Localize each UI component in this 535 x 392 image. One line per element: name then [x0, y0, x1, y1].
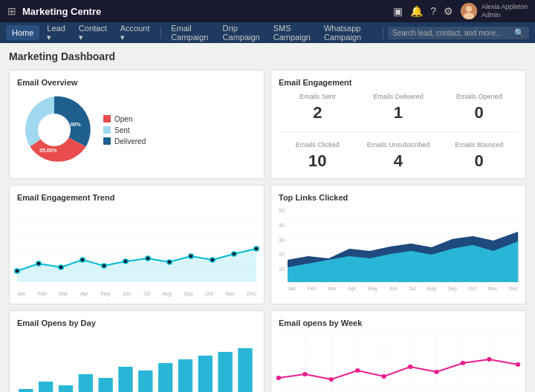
opens-by-day-card: Email Opens by Day	[9, 310, 265, 392]
svg-point-1	[466, 6, 472, 12]
eng-delivered-value: 1	[360, 103, 438, 122]
svg-point-10	[15, 269, 19, 273]
engagement-trend-card: Email Engagement Trend	[9, 185, 265, 304]
top-links-labels: Jan Feb Mar Apr May Jun Jul Aug Sep Oct …	[288, 286, 518, 291]
svg-point-52	[302, 372, 307, 376]
email-engagement-card: Email Engagement Emails Sent 2 Emails De…	[270, 70, 526, 179]
bell-icon[interactable]: 🔔	[410, 5, 423, 17]
opens-by-day-chart	[17, 333, 256, 392]
svg-point-53	[329, 377, 334, 382]
svg-text:40.00%: 40.00%	[63, 122, 82, 127]
chart-legend: Open Sent Delivered	[103, 115, 146, 146]
email-overview-content: 40.00% 35.00% Open Sent Deliv	[17, 93, 256, 167]
search-input[interactable]	[392, 29, 511, 37]
nav-divider	[160, 27, 161, 39]
eng-clicked-value: 10	[279, 151, 357, 171]
user-info[interactable]: Alexia Appleton Admin	[461, 3, 528, 19]
topbar: ⊞ Marketing Centre ▣ 🔔 ? ⚙ Alexia Applet…	[0, 0, 535, 22]
email-overview-title: Email Overview	[17, 78, 256, 87]
nav-account[interactable]: Account ▾	[114, 21, 156, 45]
page-title: Marketing Dashboard	[9, 50, 526, 62]
engagement-grid: Emails Sent 2 Emails Delivered 1 Emails …	[279, 93, 518, 171]
svg-rect-27	[19, 389, 33, 392]
top-links-card: Top Links Clicked 50 40 30 20 10	[270, 185, 526, 304]
grid-icon[interactable]: ⊞	[7, 5, 16, 17]
eng-unsubscribed: Emails Unsubscribed 4	[360, 141, 438, 171]
nav-drip-campaign[interactable]: Drip Campaign	[217, 21, 266, 45]
svg-rect-28	[39, 382, 53, 392]
svg-text:35.00%: 35.00%	[39, 148, 58, 153]
eng-opened: Emails Opened 0	[440, 93, 518, 122]
svg-point-58	[461, 361, 465, 365]
svg-point-17	[167, 260, 172, 264]
trend-label-nov: Nov	[225, 291, 234, 296]
nav-divider2	[383, 27, 383, 39]
svg-point-20	[232, 252, 236, 256]
opens-by-week-title: Email opens by Week	[279, 318, 518, 327]
svg-point-57	[434, 370, 438, 374]
opens-by-week-card: Email opens by Week	[270, 310, 526, 392]
tl-jun: Jun	[389, 286, 397, 291]
opens-by-day-title: Email Opens by Day	[17, 318, 256, 327]
svg-point-55	[381, 374, 386, 379]
legend-delivered: Delivered	[103, 137, 146, 146]
trend-label-feb: Feb	[38, 291, 47, 296]
tl-sep: Sep	[447, 286, 456, 291]
svg-rect-35	[178, 359, 192, 392]
legend-open: Open	[103, 115, 146, 123]
nav-home[interactable]: Home	[6, 25, 39, 40]
trend-label-aug: Aug	[162, 291, 171, 296]
topbar-icons: ▣ 🔔 ? ⚙ Alexia Appleton Admin	[393, 3, 528, 19]
trend-label-apr: Apr	[80, 291, 88, 296]
eng-sent: Emails Sent 2	[279, 93, 357, 122]
tl-apr: Apr	[348, 286, 356, 291]
trend-label-jun: Jun	[123, 291, 131, 296]
trend-label-sep: Sep	[184, 291, 192, 296]
y-10: 10	[279, 267, 285, 272]
tl-oct: Oct	[468, 286, 476, 291]
help-icon[interactable]: ?	[430, 5, 436, 17]
eng-delivered: Emails Delivered 1	[360, 93, 438, 122]
nav-whatsapp-campaign[interactable]: Whatsapp Campaign	[318, 21, 379, 45]
eng-delivered-label: Emails Delivered	[360, 93, 438, 100]
legend-open-dot	[103, 115, 111, 122]
dashboard-grid: Email Overview 40.00% 35.00%	[9, 70, 526, 392]
svg-point-21	[254, 246, 259, 251]
eng-unsubscribed-label: Emails Unsubscribed	[360, 141, 438, 148]
eng-sent-value: 2	[279, 103, 357, 122]
eng-clicked: Emails Clicked 10	[279, 141, 357, 171]
screen-icon[interactable]: ▣	[393, 5, 403, 17]
navbar: Home Lead ▾ Contact ▾ Account ▾ Email Ca…	[0, 22, 535, 43]
trend-title: Email Engagement Trend	[17, 193, 256, 202]
opens-by-week-chart	[279, 333, 518, 392]
svg-point-12	[59, 265, 63, 270]
trend-chart	[17, 208, 256, 290]
y-50: 50	[279, 208, 285, 213]
eng-bounced-label: Emails Bounced	[440, 141, 518, 148]
search-box[interactable]: 🔍	[388, 27, 529, 39]
eng-bounced: Emails Bounced 0	[440, 141, 518, 171]
tl-feb: Feb	[308, 286, 317, 291]
tl-jul: Jul	[409, 286, 415, 291]
top-links-chart: Jan Feb Mar Apr May Jun Jul Aug Sep Oct …	[288, 208, 518, 291]
svg-point-16	[146, 256, 150, 261]
nav-lead[interactable]: Lead ▾	[41, 21, 71, 45]
nav-contact[interactable]: Contact ▾	[73, 21, 113, 45]
y-40: 40	[279, 223, 285, 228]
app-title: Marketing Centre	[22, 6, 387, 17]
trend-label-oct: Oct	[205, 291, 213, 296]
eng-opened-value: 0	[440, 103, 518, 122]
svg-rect-37	[218, 352, 232, 392]
legend-sent-label: Sent	[114, 126, 130, 134]
svg-point-15	[123, 259, 128, 264]
nav-email-campaign[interactable]: Email Campaign	[165, 21, 215, 45]
nav-sms-campaign[interactable]: SMS Campaign	[268, 21, 317, 45]
legend-delivered-dot	[103, 137, 111, 145]
svg-point-18	[189, 254, 193, 258]
eng-divider	[279, 131, 518, 132]
svg-rect-33	[138, 370, 152, 392]
svg-rect-38	[238, 348, 252, 392]
trend-label-may: May	[100, 291, 110, 296]
svg-point-3	[38, 114, 71, 146]
settings-icon[interactable]: ⚙	[444, 5, 453, 17]
